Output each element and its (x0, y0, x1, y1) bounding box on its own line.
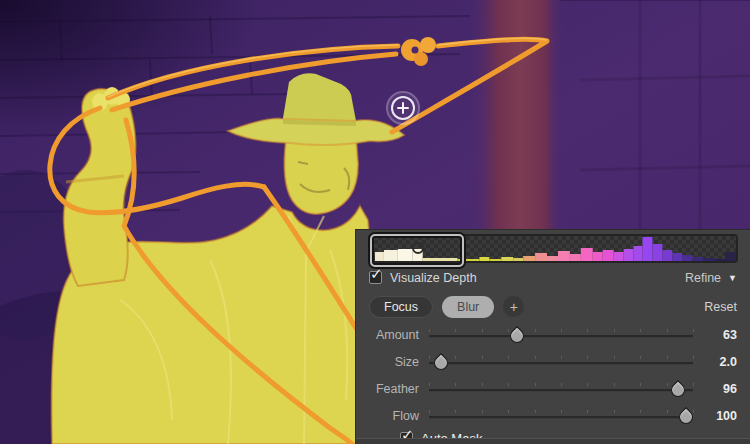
check-icon: ✓ (370, 266, 383, 281)
size-value: 2.0 (703, 355, 737, 369)
depth-sample-marker (412, 242, 424, 254)
slider-handle[interactable] (668, 380, 688, 400)
depth-sample-pin[interactable] (386, 91, 420, 125)
feather-label: Feather (369, 382, 419, 396)
flow-value: 100 (703, 409, 737, 423)
amount-slider[interactable] (429, 327, 693, 343)
panel-divider (356, 438, 750, 444)
slider-row-flow: Flow 100 (356, 402, 750, 429)
amount-value: 63 (703, 328, 737, 342)
focus-mode-button[interactable]: Focus (369, 296, 433, 318)
slider-handle[interactable] (431, 353, 451, 373)
visualize-depth-label: Visualize Depth (390, 271, 477, 285)
feather-value: 96 (703, 382, 737, 396)
depth-range-histogram[interactable] (368, 234, 738, 263)
plus-icon: + (510, 300, 518, 314)
background-column (468, 0, 564, 234)
lens-blur-panel: ✓ Visualize Depth Refine ▼ Focus Blur + … (355, 229, 750, 444)
reset-button[interactable]: Reset (704, 300, 737, 314)
size-label: Size (369, 355, 419, 369)
feather-slider[interactable] (429, 381, 693, 397)
amount-label: Amount (369, 328, 419, 342)
chevron-down-icon[interactable]: ▼ (728, 273, 737, 283)
lightroom-depth-blur-screen: ✓ Visualize Depth Refine ▼ Focus Blur + … (0, 0, 750, 444)
plus-icon[interactable] (391, 96, 415, 120)
flow-label: Flow (369, 409, 419, 423)
add-mode-button[interactable]: + (503, 296, 524, 317)
visualize-depth-checkbox[interactable]: ✓ (369, 271, 382, 284)
slider-row-size: Size 2.0 (356, 348, 750, 375)
slider-handle[interactable] (507, 326, 527, 346)
refine-button[interactable]: Refine (685, 271, 721, 285)
slider-row-amount: Amount 63 (356, 321, 750, 348)
size-slider[interactable] (429, 354, 693, 370)
hat-band (283, 122, 356, 124)
depth-range-selection[interactable] (370, 234, 464, 267)
blur-mode-button[interactable]: Blur (442, 296, 494, 318)
flow-slider[interactable] (429, 408, 693, 424)
slider-row-feather: Feather 96 (356, 375, 750, 402)
